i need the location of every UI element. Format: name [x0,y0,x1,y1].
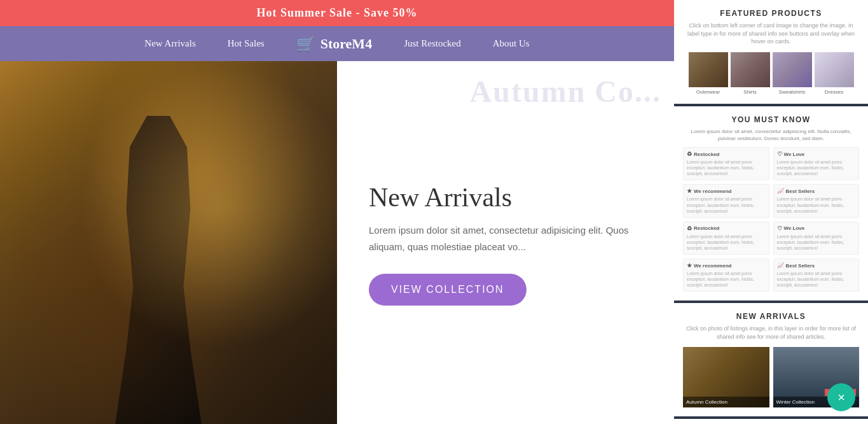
ymk-item-2[interactable]: ♡ We Love Lorem ipsum dolor sit amet por… [773,147,860,180]
ymk-title-6: ♡ We Love [777,225,856,232]
ymk-text-3: Lorem ipsum dolor sit amet porro exceptu… [687,196,766,213]
featured-label-2: Shirts [731,89,770,95]
ymk-icon-7: ★ [687,262,692,269]
featured-item-3[interactable]: Sweatshirts [773,52,812,95]
ymk-icon-1: ♻ [687,151,692,157]
featured-grid: Outerwear Shirts Sweatshirts Dresses [683,52,859,95]
new-arrivals-panel-subtitle: Click on photo of listings image, in thi… [683,325,859,341]
ymk-text-2: Lorem ipsum dolor sit amet porro exceptu… [777,159,856,176]
hero-text-panel: Autumn Co... New Arrivals Lorem ipsum do… [337,61,674,424]
ymk-title-1: ♻ Restocked [687,151,766,157]
featured-products-title: FEATURED PRODUCTS [683,9,859,18]
advantages-panel: OUR ADVANTAGES ↩ Easy Return Lorem ipsum… [674,419,868,424]
hero-container: Autumn Co... New Arrivals Lorem ipsum do… [0,61,674,424]
hero-overlay-text: Autumn Co... [470,74,661,109]
ymk-item-1[interactable]: ♻ Restocked Lorem ipsum dolor sit amet p… [683,147,769,180]
close-button[interactable]: × [827,383,855,411]
featured-item-2[interactable]: Shirts [731,52,770,95]
navbar: New Arrivals Hot Sales 🛒 StoreM4 Just Re… [0,26,674,61]
ymk-icon-4: 📈 [777,188,784,194]
hero-description: Lorem ipsum dolor sit amet, consectetur … [369,222,642,255]
ymk-text-4: Lorem ipsum dolor sit amet porro exceptu… [777,196,856,213]
ymk-text-5: Lorem ipsum dolor sit amet porro exceptu… [687,234,766,251]
ymk-title-5: ♻ Restocked [687,225,766,232]
featured-thumb-3 [773,52,812,87]
logo-text: StoreM4 [320,36,372,52]
ymk-title-3: ★ We recommend [687,188,766,194]
ymk-item-4[interactable]: 📈 Best Sellers Lorem ipsum dolor sit ame… [773,184,860,217]
nav-logo[interactable]: 🛒 StoreM4 [296,35,372,53]
featured-label-3: Sweatshirts [773,89,812,95]
arrival-item-1[interactable]: Autumn Collection [683,347,769,407]
you-must-know-panel: YOU MUST KNOW Lorem ipsum dolor sit amet… [674,106,868,301]
sale-banner-text: Hot Summer Sale - Save 50% [256,6,417,19]
featured-label-4: Dresses [815,89,854,95]
new-arrivals-panel-title: NEW ARRIVALS [683,312,859,321]
featured-label-1: Outerwear [689,89,728,95]
featured-thumb-4 [815,52,854,87]
ymk-title-7: ★ We recommend [687,262,766,269]
nav-about-us[interactable]: About Us [493,38,530,49]
ymk-title-2: ♡ We Love [777,151,856,157]
featured-item-4[interactable]: Dresses [815,52,854,95]
ymk-icon-6: ♡ [777,225,782,232]
featured-products-panel: FEATURED PRODUCTS Click on bottom left c… [674,0,868,104]
ymk-text-6: Lorem ipsum dolor sit amet porro exceptu… [777,234,856,251]
ymk-icon-8: 📈 [777,262,784,269]
you-must-know-title: YOU MUST KNOW [683,115,859,124]
ymk-text-8: Lorem ipsum dolor sit amet porro exceptu… [777,271,856,288]
ymk-title-8: 📈 Best Sellers [777,262,856,269]
view-collection-button[interactable]: VIEW COLLECTION [369,274,527,306]
ymk-title-4: 📈 Best Sellers [777,188,856,194]
ymk-grid: ♻ Restocked Lorem ipsum dolor sit amet p… [683,147,859,218]
hero-image-left [0,61,337,424]
ymk-text-7: Lorem ipsum dolor sit amet porro exceptu… [687,271,766,288]
ymk-item-5[interactable]: ♻ Restocked Lorem ipsum dolor sit amet p… [683,222,769,255]
ymk-icon-3: ★ [687,188,692,194]
nav-new-arrivals[interactable]: New Arrivals [144,38,195,49]
nav-links: New Arrivals Hot Sales 🛒 StoreM4 Just Re… [25,35,649,53]
light-overlay [0,61,337,424]
featured-products-subtitle: Click on bottom left corner of card imag… [683,22,859,46]
ymk-item-3[interactable]: ★ We recommend Lorem ipsum dolor sit ame… [683,184,769,217]
hero-bg [0,61,337,424]
ymk-grid-2: ♻ Restocked Lorem ipsum dolor sit amet p… [683,222,859,292]
featured-item-1[interactable]: Outerwear [689,52,728,95]
nav-hot-sales[interactable]: Hot Sales [228,38,265,49]
ymk-icon-2: ♡ [777,151,782,157]
cart-icon: 🛒 [296,35,315,53]
ymk-text-1: Lorem ipsum dolor sit amet porro exceptu… [687,159,766,176]
featured-thumb-2 [731,52,770,87]
arrival-caption-1: Autumn Collection [683,397,769,407]
you-must-know-intro: Lorem ipsum dolor sit amet, consectetur … [683,128,859,142]
featured-thumb-1 [689,52,728,87]
ymk-item-7[interactable]: ★ We recommend Lorem ipsum dolor sit ame… [683,258,769,292]
ymk-item-6[interactable]: ♡ We Love Lorem ipsum dolor sit amet por… [773,222,860,255]
new-arrivals-heading: New Arrivals [369,182,642,213]
ymk-item-8[interactable]: 📈 Best Sellers Lorem ipsum dolor sit ame… [773,258,860,292]
sale-banner: Hot Summer Sale - Save 50% [0,0,674,26]
ymk-icon-5: ♻ [687,225,692,232]
nav-just-restocked[interactable]: Just Restocked [404,38,461,49]
main-content: Hot Summer Sale - Save 50% New Arrivals … [0,0,674,424]
sidebar: FEATURED PRODUCTS Click on bottom left c… [674,0,868,424]
hero-upper: Autumn Co... New Arrivals Lorem ipsum do… [0,61,674,424]
